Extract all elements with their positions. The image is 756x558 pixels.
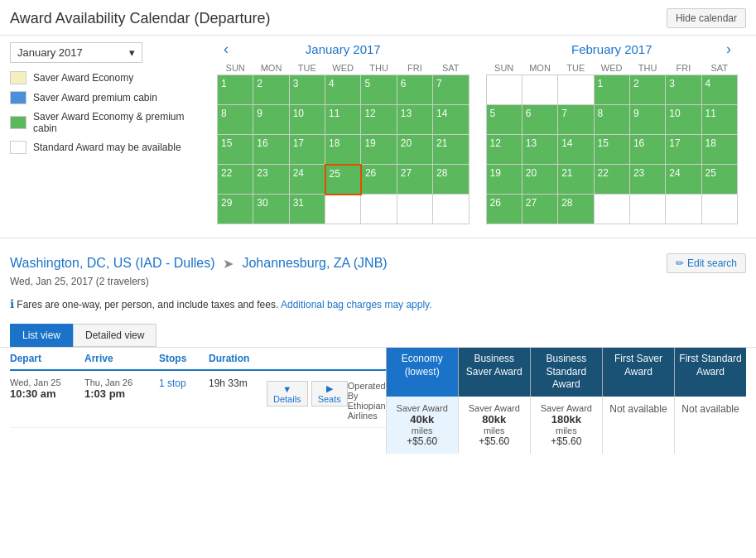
cal-cell[interactable]: 6 (397, 75, 432, 105)
cal-cell[interactable]: 1 (594, 75, 629, 105)
award-header-cell: First Saver Award (602, 348, 674, 397)
cal-cell[interactable]: 8 (218, 105, 253, 135)
cal-cell[interactable]: 18 (701, 135, 737, 165)
cal-day-header: TUE (558, 61, 594, 75)
cal-cell[interactable]: 13 (522, 135, 557, 165)
cal-cell[interactable]: 3 (289, 75, 325, 105)
cal-day-header: FRI (666, 61, 701, 75)
cal-cell[interactable]: 2 (629, 75, 665, 105)
cal-cell[interactable]: 6 (522, 105, 557, 135)
cal-cell[interactable]: 5 (486, 105, 522, 135)
cal-cell[interactable]: 21 (433, 135, 469, 165)
tab-list-view[interactable]: List view (10, 324, 73, 347)
bag-charges-link[interactable]: Additional bag charges may apply. (281, 299, 432, 310)
cal-cell[interactable]: 27 (397, 165, 432, 195)
not-available-text: Not available (609, 403, 667, 415)
cal-cell[interactable]: 15 (594, 135, 629, 165)
arrive-cell: Thu, Jan 26 1:03 pm (84, 378, 159, 400)
cal-cell[interactable]: 17 (666, 135, 701, 165)
cal-cell[interactable]: 20 (397, 135, 432, 165)
cal-cell[interactable]: 18 (325, 135, 361, 165)
cal-day-header: THU (629, 61, 665, 75)
col-header-arrive: Arrive (84, 353, 159, 364)
cal-cell[interactable]: 11 (325, 105, 361, 135)
cal-cell[interactable]: 10 (666, 105, 701, 135)
cal-prev-button[interactable]: ‹ (217, 41, 235, 58)
cal-cell[interactable]: 4 (325, 75, 361, 105)
cal-cell[interactable]: 24 (289, 165, 325, 195)
award-type: Saver Award (536, 403, 597, 413)
cal-cell[interactable]: 30 (253, 195, 289, 224)
cal-day-header: THU (361, 61, 397, 75)
awards-header: Economy (lowest)Business Saver AwardBusi… (386, 348, 746, 397)
award-cell: Not available (602, 397, 674, 454)
legend-item: Saver Award Economy & premium cabin (10, 111, 209, 134)
cal-cell[interactable]: 19 (361, 135, 397, 165)
cal-cell[interactable]: 29 (218, 195, 253, 224)
cal-cell[interactable]: 22 (218, 165, 253, 195)
details-button[interactable]: ▼ Details (267, 381, 308, 406)
cal-cell[interactable]: 14 (433, 105, 469, 135)
cal-cell[interactable]: 3 (666, 75, 701, 105)
cal-cell[interactable]: 15 (218, 135, 253, 165)
cal-cell[interactable]: 12 (486, 135, 522, 165)
cal-cell[interactable]: 27 (522, 195, 557, 224)
cal-cell[interactable]: 7 (558, 105, 594, 135)
cal-cell[interactable]: 22 (594, 165, 629, 195)
cal-cell[interactable]: 26 (361, 165, 397, 195)
arr-date: Thu, Jan 26 (84, 378, 159, 387)
award-miles-label: miles (536, 426, 597, 435)
stops-cell: 1 stop (159, 378, 209, 389)
edit-search-button[interactable]: ✏ Edit search (667, 253, 746, 273)
cal-cell (558, 75, 594, 105)
hide-calendar-button[interactable]: Hide calendar (667, 8, 746, 28)
cal-cell[interactable]: 17 (289, 135, 325, 165)
cal-cell[interactable]: 26 (486, 195, 522, 224)
cal-cell (486, 75, 522, 105)
cal-cell[interactable]: 8 (594, 105, 629, 135)
cal-cell[interactable]: 2 (253, 75, 289, 105)
cal-cell[interactable]: 11 (701, 105, 737, 135)
cal-cell[interactable]: 16 (629, 135, 665, 165)
cal-cell (701, 195, 737, 224)
cal-cell[interactable]: 23 (253, 165, 289, 195)
cal-cell[interactable]: 31 (289, 195, 325, 224)
cal-cell[interactable]: 16 (253, 135, 289, 165)
cal-header: ‹January 2017 (217, 42, 469, 56)
legend: Saver Award Economy Saver Award premium … (10, 71, 209, 154)
flight-row: Wed, Jan 25 10:30 am Thu, Jan 26 1:03 pm… (10, 371, 386, 428)
cal-cell[interactable]: 20 (522, 165, 557, 195)
cal-cell[interactable]: 9 (253, 105, 289, 135)
award-miles-label: miles (464, 426, 525, 435)
legend-item: Saver Award Economy (10, 71, 209, 84)
cal-cell[interactable]: 14 (558, 135, 594, 165)
cal-cell[interactable]: 23 (629, 165, 665, 195)
cal-cell[interactable]: 13 (397, 105, 432, 135)
cal-cell[interactable]: 25 (701, 165, 737, 195)
cal-cell[interactable]: 12 (361, 105, 397, 135)
cal-cell[interactable]: 5 (361, 75, 397, 105)
cal-next-button[interactable]: › (720, 41, 738, 58)
cal-cell[interactable]: 19 (486, 165, 522, 195)
flight-times: Wed, Jan 25 10:30 am Thu, Jan 26 1:03 pm… (10, 378, 267, 400)
cal-cell[interactable]: 7 (433, 75, 469, 105)
cal-day-header: SAT (701, 61, 737, 75)
cal-cell[interactable]: 21 (558, 165, 594, 195)
month-selector[interactable]: January 2017 ▾ (10, 42, 142, 63)
cal-cell[interactable]: 28 (558, 195, 594, 224)
cal-cell (594, 195, 629, 224)
legend-color-box (10, 116, 26, 129)
seats-button[interactable]: ▶ Seats (311, 381, 348, 406)
cal-cell[interactable]: 10 (289, 105, 325, 135)
cal-cell[interactable]: 4 (701, 75, 737, 105)
awards-col: Economy (lowest)Business Saver AwardBusi… (386, 348, 746, 454)
tab-detailed-view[interactable]: Detailed view (73, 324, 156, 347)
cal-cell[interactable]: 24 (666, 165, 701, 195)
calendar-0: ‹January 2017SUNMONTUEWEDTHUFRISAT123456… (217, 42, 469, 224)
cal-cell[interactable]: 1 (218, 75, 253, 105)
separator (0, 238, 756, 238)
cal-cell[interactable]: 28 (433, 165, 469, 195)
cal-cell[interactable]: 9 (629, 105, 665, 135)
cal-cell[interactable]: 25 (325, 165, 361, 195)
legend-label: Saver Award Economy & premium cabin (33, 111, 209, 134)
